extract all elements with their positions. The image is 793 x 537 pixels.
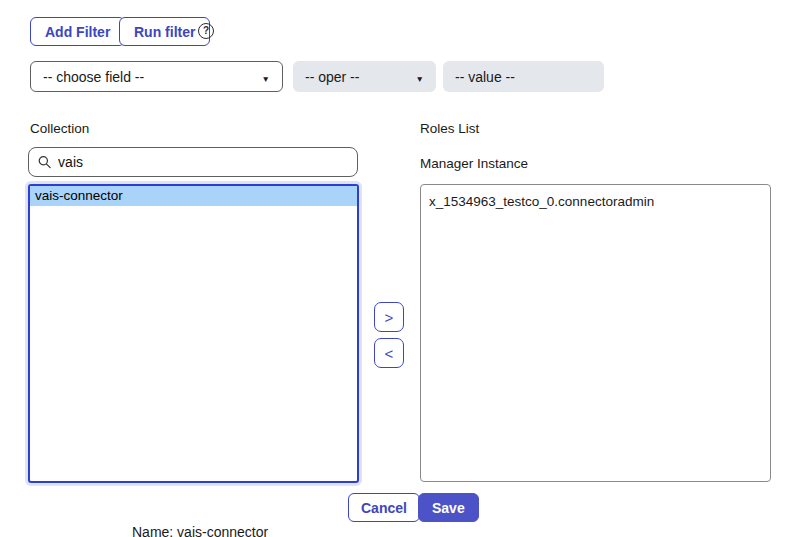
choose-field-select[interactable]: -- choose field --: [30, 61, 283, 92]
list-item[interactable]: x_1534963_testco_0.connectoradmin: [421, 185, 770, 209]
roles-list-label: Roles List: [420, 121, 479, 136]
cancel-button[interactable]: Cancel: [348, 493, 420, 522]
move-right-button[interactable]: >: [374, 302, 404, 332]
value-placeholder: -- value --: [455, 69, 515, 85]
oper-select[interactable]: -- oper --: [293, 61, 436, 92]
chevron-down-icon: [416, 69, 424, 85]
chevron-down-icon: [262, 69, 270, 85]
collection-label: Collection: [30, 121, 89, 136]
roles-listbox[interactable]: x_1534963_testco_0.connectoradmin: [420, 184, 771, 482]
run-filter-button[interactable]: Run filter: [119, 17, 210, 46]
search-icon: [38, 155, 51, 169]
move-left-button[interactable]: <: [374, 338, 404, 368]
help-icon[interactable]: ?: [198, 23, 214, 39]
add-filter-button[interactable]: Add Filter: [30, 17, 125, 46]
collection-search-input[interactable]: [58, 154, 348, 170]
save-button[interactable]: Save: [418, 493, 479, 522]
manager-instance-label: Manager Instance: [420, 156, 528, 171]
collection-listbox[interactable]: vais-connector: [28, 184, 359, 483]
choose-field-selected-value: -- choose field --: [43, 69, 144, 85]
list-item[interactable]: vais-connector: [30, 186, 357, 206]
oper-selected-value: -- oper --: [305, 69, 359, 85]
record-name-text: Name: vais-connector: [132, 524, 268, 537]
collection-search[interactable]: [28, 147, 358, 177]
value-field[interactable]: -- value --: [443, 61, 604, 92]
